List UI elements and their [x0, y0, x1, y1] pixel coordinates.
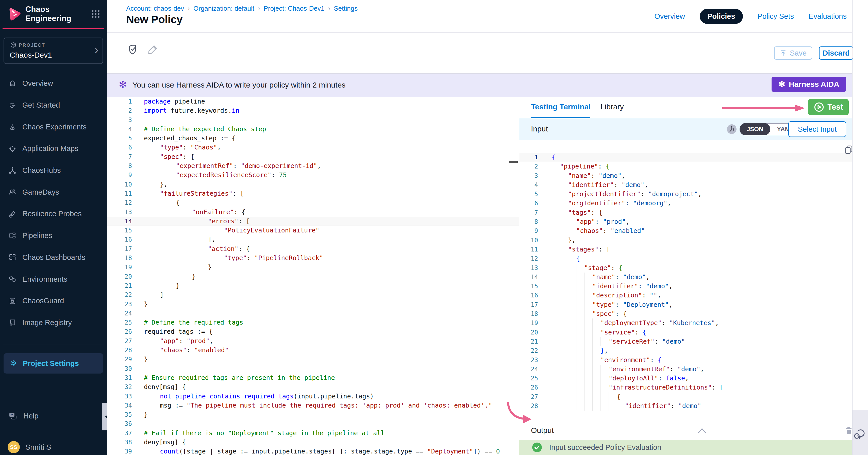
code-line: 24"environmentRef": "demo",	[519, 365, 852, 374]
discard-button[interactable]: Discard	[819, 46, 853, 60]
module-grid-icon[interactable]	[91, 9, 100, 19]
project-name: Chaos-Dev1	[10, 51, 52, 59]
code-line: 12{	[107, 198, 519, 207]
code-line: 12{	[519, 254, 852, 263]
sidebar-item-chaos-experiments[interactable]: Chaos Experiments	[0, 116, 107, 138]
annotation-arrow-output	[505, 402, 533, 425]
code-line: 19}	[107, 263, 519, 272]
project-selector[interactable]: PROJECT Chaos-Dev1 ›	[4, 38, 103, 64]
sidebar-item-help[interactable]: ? Help	[9, 412, 38, 420]
code-line: 23}	[107, 300, 519, 309]
sidebar-item-get-started[interactable]: Get Started	[0, 94, 107, 116]
code-line: 24	[107, 309, 519, 318]
support-chat-widget[interactable]	[852, 410, 868, 455]
project-cube-icon	[10, 42, 17, 49]
user-menu[interactable]: SS Smriti S	[8, 441, 51, 453]
code-line: 11"stages": [	[519, 245, 852, 254]
code-line: 13"onFailure": {	[107, 207, 519, 217]
code-line: 4# Define the expected Chaos step	[107, 125, 519, 134]
code-line: 7"spec": {	[107, 152, 519, 161]
tab-policies-active[interactable]: Policies	[700, 9, 743, 24]
sidebar-divider-bottom	[3, 394, 104, 394]
sidebar-item-image-registry[interactable]: Image Registry	[0, 312, 107, 334]
svg-text:?: ?	[11, 413, 13, 417]
code-line: 10},	[519, 236, 852, 245]
output-label: Output	[531, 426, 554, 435]
code-line: 9"chaos": "enabled"	[519, 226, 852, 235]
code-line: 17"type": "Deployment",	[519, 300, 852, 309]
code-line: 20}	[107, 272, 519, 281]
code-line: 27{	[519, 392, 852, 401]
harness-aida-button[interactable]: ✻ Harness AIDA	[772, 77, 846, 92]
flask-icon	[9, 123, 16, 131]
gear-icon	[9, 359, 17, 367]
code-line: 37# Fail if there is no "Deployment" sta…	[107, 429, 519, 438]
sidebar-item-chaos-dashboards[interactable]: Chaos Dashboards	[0, 247, 107, 268]
code-line: 6"type": "Chaos",	[107, 143, 519, 152]
breadcrumb-settings[interactable]: Settings	[334, 5, 358, 12]
result-text: Input succeeded Policy Evaluation	[549, 443, 661, 452]
overview-ruler-marker	[509, 161, 518, 163]
code-line: 14"name": "demo",	[519, 272, 852, 282]
input-json-editor[interactable]: 1{2"pipeline": {3"name": "demo",4"identi…	[519, 140, 852, 421]
code-line: 22},	[519, 346, 852, 355]
tab-policy-sets[interactable]: Policy Sets	[757, 12, 794, 21]
sidebar-item-pipelines[interactable]: Pipelines	[0, 225, 107, 247]
code-line: 7"tags": {	[519, 208, 852, 217]
tab-evaluations[interactable]: Evaluations	[809, 12, 847, 21]
tab-library[interactable]: Library	[600, 102, 624, 111]
code-line: 15"identifier": "demo",	[519, 282, 852, 291]
breadcrumb-organization[interactable]: Organization: default	[193, 5, 254, 12]
avatar: SS	[8, 441, 20, 453]
success-check-icon	[532, 442, 542, 452]
sidebar: Chaos Engineering PROJECT Chaos-Dev1 › O…	[0, 0, 107, 455]
sidebar-item-chaosguard[interactable]: ChaosGuard	[0, 290, 107, 312]
sidebar-item-overview[interactable]: Overview	[0, 72, 107, 94]
sidebar-item-application-maps[interactable]: Application Maps	[0, 138, 107, 160]
input-source-icon[interactable]	[726, 124, 737, 134]
sidebar-item-project-settings[interactable]: Project Settings	[4, 353, 103, 373]
policy-valid-icon[interactable]	[127, 44, 138, 56]
sidebar-item-environments[interactable]: Environments	[0, 268, 107, 290]
code-line: 34msg := "The pipeline must include the …	[107, 401, 519, 410]
aida-sparkle-icon-white: ✻	[778, 80, 785, 88]
help-chat-icon: ?	[9, 412, 17, 420]
chevron-up-icon[interactable]	[697, 427, 707, 434]
network-hub-icon	[9, 167, 16, 174]
code-line: 36	[107, 419, 519, 428]
code-line: 35}	[107, 410, 519, 419]
code-line: 25"deployToAll": false,	[519, 374, 852, 383]
edit-icon[interactable]	[147, 44, 158, 56]
breadcrumb-account[interactable]: Account: chaos-dev	[126, 5, 184, 12]
code-line: 18"type": "PipelineRollback"	[107, 254, 519, 263]
chat-bubbles-icon	[854, 426, 867, 441]
select-input-button[interactable]: Select Input	[788, 121, 846, 137]
code-line: 5expected_chaos_step := {	[107, 134, 519, 143]
sidebar-item-chaoshubs[interactable]: ChaosHubs	[0, 160, 107, 182]
code-line: 13"stage": {	[519, 263, 852, 272]
sidebar-divider	[3, 345, 104, 345]
annotation-arrow-test	[722, 103, 806, 113]
tab-testing-terminal[interactable]: Testing Terminal	[531, 102, 591, 111]
code-line: 4"identifier": "demo",	[519, 181, 852, 190]
code-line: 3	[107, 116, 519, 125]
code-line: 28"identifier": "demo"	[519, 401, 852, 411]
code-line: 23"environment": {	[519, 356, 852, 365]
code-line: 39count([stage | stage := input.pipeline…	[107, 447, 519, 455]
breadcrumb-project[interactable]: Project: Chaos-Dev1	[264, 5, 324, 12]
tab-overview[interactable]: Overview	[654, 12, 685, 21]
save-button[interactable]: Save	[774, 46, 812, 60]
code-line: 25# Define the required tags	[107, 318, 519, 327]
sidebar-item-resilience-probes[interactable]: Resilience Probes	[0, 203, 107, 225]
code-line: 16"description": "",	[519, 291, 852, 300]
aida-banner: ✻ You can use Harness AIDA to write your…	[107, 74, 852, 97]
format-json-selected[interactable]: JSON	[740, 123, 770, 135]
aida-banner-text: You can use Harness AIDA to write your p…	[132, 81, 345, 89]
input-section-header: Input JSON YAML Select Input	[519, 118, 852, 140]
policy-code-editor[interactable]: 1package pipeline2import future.keywords…	[107, 97, 519, 455]
sidebar-item-gamedays[interactable]: GameDays	[0, 181, 107, 203]
code-line: 8"app": "prod",	[519, 217, 852, 226]
test-button[interactable]: Test	[808, 99, 849, 115]
code-line: 6"orgIdentifier": "demoorg",	[519, 199, 852, 208]
breadcrumb: Account: chaos-dev› Organization: defaul…	[126, 5, 358, 12]
